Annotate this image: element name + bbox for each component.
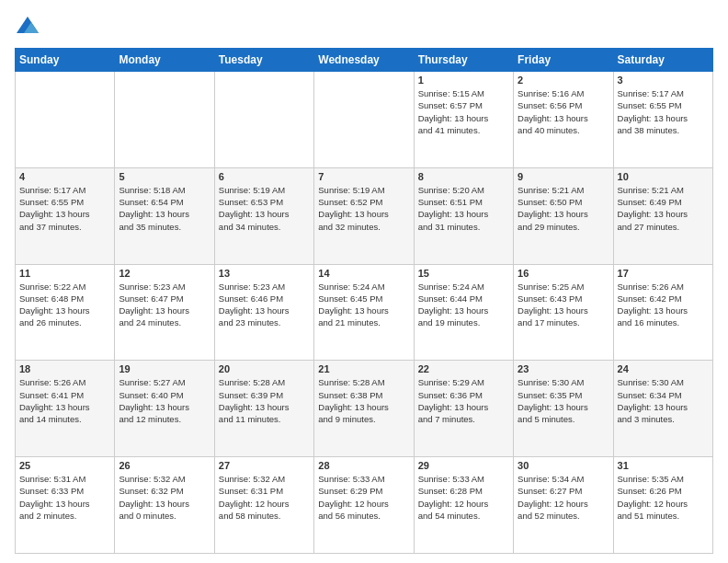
calendar-cell: 26Sunrise: 5:32 AM Sunset: 6:32 PM Dayli… [115, 457, 214, 554]
calendar-cell [115, 72, 214, 168]
day-number: 7 [318, 171, 409, 182]
weekday-header: Thursday [414, 49, 513, 72]
day-number: 28 [318, 460, 409, 471]
calendar-cell: 7Sunrise: 5:19 AM Sunset: 6:52 PM Daylig… [314, 167, 414, 264]
calendar-cell: 12Sunrise: 5:23 AM Sunset: 6:47 PM Dayli… [115, 264, 214, 361]
day-info: Sunrise: 5:23 AM Sunset: 6:47 PM Dayligh… [119, 281, 210, 329]
calendar-cell [16, 72, 115, 168]
day-info: Sunrise: 5:32 AM Sunset: 6:32 PM Dayligh… [119, 473, 210, 522]
calendar-cell: 24Sunrise: 5:30 AM Sunset: 6:34 PM Dayli… [613, 361, 712, 457]
day-info: Sunrise: 5:22 AM Sunset: 6:48 PM Dayligh… [19, 281, 110, 329]
calendar-cell: 19Sunrise: 5:27 AM Sunset: 6:40 PM Dayli… [115, 361, 214, 457]
day-info: Sunrise: 5:29 AM Sunset: 6:36 PM Dayligh… [418, 376, 509, 425]
calendar-cell: 8Sunrise: 5:20 AM Sunset: 6:51 PM Daylig… [414, 167, 513, 264]
day-number: 4 [19, 171, 110, 182]
day-info: Sunrise: 5:21 AM Sunset: 6:49 PM Dayligh… [618, 184, 709, 233]
day-info: Sunrise: 5:28 AM Sunset: 6:39 PM Dayligh… [219, 376, 310, 425]
day-info: Sunrise: 5:30 AM Sunset: 6:34 PM Dayligh… [618, 376, 709, 425]
calendar-cell: 28Sunrise: 5:33 AM Sunset: 6:29 PM Dayli… [314, 457, 414, 554]
calendar-week-row: 18Sunrise: 5:26 AM Sunset: 6:41 PM Dayli… [16, 361, 713, 457]
calendar-cell [214, 72, 313, 168]
calendar-cell: 29Sunrise: 5:33 AM Sunset: 6:28 PM Dayli… [414, 457, 513, 554]
day-number: 23 [518, 363, 609, 374]
calendar-cell: 11Sunrise: 5:22 AM Sunset: 6:48 PM Dayli… [16, 264, 115, 361]
day-number: 22 [418, 363, 509, 374]
day-info: Sunrise: 5:32 AM Sunset: 6:31 PM Dayligh… [219, 473, 310, 522]
day-number: 9 [518, 171, 609, 182]
day-number: 3 [618, 75, 709, 86]
day-number: 30 [518, 460, 609, 471]
weekday-header: Monday [115, 49, 214, 72]
day-info: Sunrise: 5:35 AM Sunset: 6:26 PM Dayligh… [618, 473, 709, 522]
calendar-cell: 9Sunrise: 5:21 AM Sunset: 6:50 PM Daylig… [514, 167, 613, 264]
day-number: 6 [219, 171, 310, 182]
day-info: Sunrise: 5:16 AM Sunset: 6:56 PM Dayligh… [518, 87, 609, 136]
calendar-week-row: 1Sunrise: 5:15 AM Sunset: 6:57 PM Daylig… [16, 72, 713, 168]
day-number: 27 [219, 460, 310, 471]
day-info: Sunrise: 5:19 AM Sunset: 6:53 PM Dayligh… [219, 184, 310, 233]
day-number: 1 [418, 75, 509, 86]
day-info: Sunrise: 5:24 AM Sunset: 6:44 PM Dayligh… [418, 281, 509, 329]
page: SundayMondayTuesdayWednesdayThursdayFrid… [0, 0, 728, 563]
day-info: Sunrise: 5:24 AM Sunset: 6:45 PM Dayligh… [318, 281, 409, 329]
calendar-cell: 23Sunrise: 5:30 AM Sunset: 6:35 PM Dayli… [514, 361, 613, 457]
day-number: 2 [518, 75, 609, 86]
day-info: Sunrise: 5:31 AM Sunset: 6:33 PM Dayligh… [19, 473, 110, 522]
day-info: Sunrise: 5:25 AM Sunset: 6:43 PM Dayligh… [518, 281, 609, 329]
day-number: 13 [219, 268, 310, 279]
day-number: 20 [219, 363, 310, 374]
calendar-cell: 16Sunrise: 5:25 AM Sunset: 6:43 PM Dayli… [514, 264, 613, 361]
day-number: 15 [418, 268, 509, 279]
day-info: Sunrise: 5:33 AM Sunset: 6:29 PM Dayligh… [318, 473, 409, 522]
day-number: 21 [318, 363, 409, 374]
day-number: 17 [618, 268, 709, 279]
calendar-cell: 13Sunrise: 5:23 AM Sunset: 6:46 PM Dayli… [214, 264, 313, 361]
calendar-cell: 22Sunrise: 5:29 AM Sunset: 6:36 PM Dayli… [414, 361, 513, 457]
day-info: Sunrise: 5:19 AM Sunset: 6:52 PM Dayligh… [318, 184, 409, 233]
logo [15, 15, 44, 40]
day-number: 11 [19, 268, 110, 279]
calendar-cell: 4Sunrise: 5:17 AM Sunset: 6:55 PM Daylig… [16, 167, 115, 264]
day-info: Sunrise: 5:27 AM Sunset: 6:40 PM Dayligh… [119, 376, 210, 425]
header [15, 15, 713, 40]
calendar-week-row: 25Sunrise: 5:31 AM Sunset: 6:33 PM Dayli… [16, 457, 713, 554]
calendar-cell: 17Sunrise: 5:26 AM Sunset: 6:42 PM Dayli… [613, 264, 712, 361]
day-info: Sunrise: 5:15 AM Sunset: 6:57 PM Dayligh… [418, 87, 509, 136]
day-number: 29 [418, 460, 509, 471]
calendar-cell: 1Sunrise: 5:15 AM Sunset: 6:57 PM Daylig… [414, 72, 513, 168]
calendar-cell: 31Sunrise: 5:35 AM Sunset: 6:26 PM Dayli… [613, 457, 712, 554]
weekday-header: Tuesday [214, 49, 313, 72]
day-info: Sunrise: 5:34 AM Sunset: 6:27 PM Dayligh… [518, 473, 609, 522]
day-number: 24 [618, 363, 709, 374]
day-number: 16 [518, 268, 609, 279]
calendar-cell: 27Sunrise: 5:32 AM Sunset: 6:31 PM Dayli… [214, 457, 313, 554]
weekday-header: Wednesday [314, 49, 414, 72]
day-info: Sunrise: 5:30 AM Sunset: 6:35 PM Dayligh… [518, 376, 609, 425]
day-number: 31 [618, 460, 709, 471]
day-number: 19 [119, 363, 210, 374]
day-number: 8 [418, 171, 509, 182]
calendar-cell: 2Sunrise: 5:16 AM Sunset: 6:56 PM Daylig… [514, 72, 613, 168]
calendar-cell: 30Sunrise: 5:34 AM Sunset: 6:27 PM Dayli… [514, 457, 613, 554]
weekday-header: Friday [514, 49, 613, 72]
day-info: Sunrise: 5:21 AM Sunset: 6:50 PM Dayligh… [518, 184, 609, 233]
day-number: 18 [19, 363, 110, 374]
calendar-cell: 21Sunrise: 5:28 AM Sunset: 6:38 PM Dayli… [314, 361, 414, 457]
calendar-cell: 20Sunrise: 5:28 AM Sunset: 6:39 PM Dayli… [214, 361, 313, 457]
calendar-cell [314, 72, 414, 168]
calendar-cell: 25Sunrise: 5:31 AM Sunset: 6:33 PM Dayli… [16, 457, 115, 554]
day-info: Sunrise: 5:28 AM Sunset: 6:38 PM Dayligh… [318, 376, 409, 425]
calendar-cell: 10Sunrise: 5:21 AM Sunset: 6:49 PM Dayli… [613, 167, 712, 264]
day-number: 25 [19, 460, 110, 471]
day-number: 14 [318, 268, 409, 279]
day-number: 26 [119, 460, 210, 471]
calendar-cell: 15Sunrise: 5:24 AM Sunset: 6:44 PM Dayli… [414, 264, 513, 361]
day-number: 12 [119, 268, 210, 279]
day-info: Sunrise: 5:18 AM Sunset: 6:54 PM Dayligh… [119, 184, 210, 233]
weekday-header: Sunday [16, 49, 115, 72]
calendar-table: SundayMondayTuesdayWednesdayThursdayFrid… [15, 48, 713, 554]
calendar-cell: 3Sunrise: 5:17 AM Sunset: 6:55 PM Daylig… [613, 72, 712, 168]
day-number: 10 [618, 171, 709, 182]
calendar-cell: 6Sunrise: 5:19 AM Sunset: 6:53 PM Daylig… [214, 167, 313, 264]
day-number: 5 [119, 171, 210, 182]
